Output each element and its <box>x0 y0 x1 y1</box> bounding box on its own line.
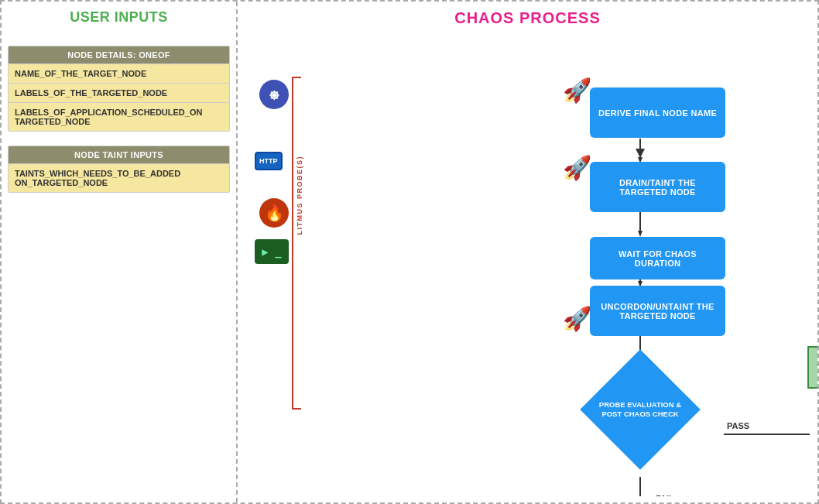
rocket-icon-3: 🚀 <box>563 305 591 332</box>
node-detail-item-3: LABELS_OF_APPLICATION_SCHEDULED_ON TARGE… <box>9 102 229 131</box>
kubernetes-icon: ⎈ <box>259 80 289 109</box>
node-details-section: NODE DETAILS: ONEOF NAME_OF_THE_TARGET_N… <box>8 46 230 132</box>
probe-label: LITMUS PROBE(S) <box>296 156 303 235</box>
uncordon-box: UNCORDON/UNTAINT THE TARGETED NODE <box>590 286 725 336</box>
verdict-pass-box: VERDICT: PASS <box>807 346 819 389</box>
derive-node-box: DERIVE FINAL NODE NAME <box>590 87 725 138</box>
flow-diagram: PASS FAIL ⎈ HTTP 🔥 ▶ _ LITMUS PROBE(S) 🚀 <box>245 32 810 496</box>
svg-text:PASS: PASS <box>727 421 749 430</box>
right-panel: CHAOS PROCESS <box>238 2 817 502</box>
chaos-title: CHAOS PROCESS <box>245 9 810 27</box>
node-details-header: NODE DETAILS: ONEOF <box>9 46 229 63</box>
rocket-icon-2: 🚀 <box>563 154 591 181</box>
svg-marker-16 <box>638 231 643 237</box>
svg-text:FAIL: FAIL <box>656 494 674 496</box>
wait-chaos-box: WAIT FOR CHAOS DURATION <box>590 237 725 279</box>
rocket-icon-1: 🚀 <box>563 77 591 104</box>
left-panel: USER INPUTS NODE DETAILS: ONEOF NAME_OF_… <box>2 2 238 502</box>
node-taint-header: NODE TAINT INPUTS <box>9 146 229 163</box>
flame-icon: 🔥 <box>259 198 289 228</box>
node-taint-section: NODE TAINT INPUTS TAINTS_WHICH_NEEDS_TO_… <box>8 146 230 193</box>
probe-diamond: PROBE EVALUATION & POST CHAOS CHECK <box>594 363 687 456</box>
http-icon: HTTP <box>255 152 283 170</box>
probe-bracket <box>292 77 301 410</box>
panel-title: USER INPUTS <box>8 9 230 32</box>
drain-taint-box: DRAIN/TAINT THE TARGETED NODE <box>590 162 725 212</box>
terminal-icon: ▶ _ <box>255 239 289 264</box>
node-detail-item-2: LABELS_OF_THE_TARGETED_NODE <box>9 83 229 102</box>
node-detail-item-1: NAME_OF_THE_TARGET_NODE <box>9 63 229 83</box>
node-taint-item-1: TAINTS_WHICH_NEEDS_TO_BE_ADDED ON_TARGET… <box>9 163 229 192</box>
